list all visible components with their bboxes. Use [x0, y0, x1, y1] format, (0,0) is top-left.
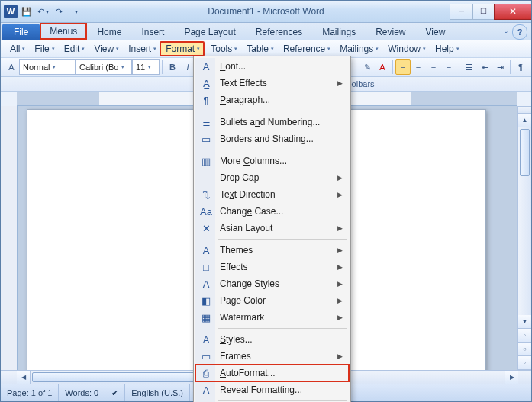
menu-mailings[interactable]: Mailings▾	[334, 41, 382, 56]
submenu-arrow-icon: ▶	[337, 297, 343, 304]
tab-home[interactable]: Home	[87, 24, 131, 40]
vertical-scrollbar[interactable]: ▲ ▼ ◦ ○ ◦	[517, 106, 531, 370]
redo-icon[interactable]: ↷	[52, 5, 66, 18]
menu-item-effects[interactable]: □Effects▶	[195, 259, 349, 275]
text-direction-icon: ⇅	[199, 188, 213, 201]
menu-item-frames[interactable]: ▭Frames▶	[195, 348, 349, 365]
ribbon-collapse-icon[interactable]: ˇ	[505, 31, 508, 40]
style-combo[interactable]: Normal▾	[19, 59, 76, 75]
save-icon[interactable]: 💾	[20, 5, 34, 18]
menu-reference[interactable]: Reference▾	[277, 41, 334, 56]
menu-item-paragraph[interactable]: ¶Paragraph...	[195, 92, 349, 108]
scroll-up-icon[interactable]: ▲	[518, 114, 531, 127]
menu-item-bullets-and-numbering[interactable]: ≣Bullets and Numbering...	[195, 114, 349, 130]
status-language[interactable]: English (U.S.)	[125, 384, 190, 401]
menu-view[interactable]: View▾	[88, 41, 122, 56]
menu-item-font[interactable]: AFont...	[195, 58, 349, 75]
tab-pagelayout[interactable]: Page Layout	[174, 24, 245, 40]
page-color-icon: ◧	[199, 294, 213, 307]
menu-item-themes[interactable]: AThemes▶	[195, 242, 349, 259]
status-spellcheck-icon[interactable]: ✔	[105, 384, 125, 401]
fontsize-combo[interactable]: 11▾	[132, 59, 160, 75]
scroll-thumb[interactable]	[520, 129, 530, 176]
menu-file[interactable]: File▾	[28, 41, 57, 56]
paragraph-mark-icon[interactable]: ¶	[513, 59, 528, 75]
tab-references[interactable]: References	[246, 24, 312, 40]
tab-review[interactable]: Review	[366, 24, 415, 40]
tab-file[interactable]: File	[2, 24, 40, 40]
submenu-arrow-icon: ▶	[337, 224, 343, 232]
undo-icon[interactable]: ↶▾	[36, 5, 50, 18]
effects-icon: □	[199, 260, 213, 274]
menu-item-reveal-formatting[interactable]: AReveal Formatting...	[195, 381, 349, 398]
qat-customize-icon[interactable]: ▾	[69, 5, 83, 18]
menu-item-styles[interactable]: AStyles...	[195, 331, 349, 348]
menu-item-text-effects[interactable]: A̲Text Effects▶	[195, 75, 349, 92]
maximize-button[interactable]: ☐	[472, 4, 494, 20]
asian-layout-icon: ✕	[199, 221, 213, 235]
menu-insert[interactable]: Insert▾	[122, 41, 160, 56]
menu-item-label: Asian Layout	[220, 223, 272, 233]
status-page[interactable]: Page: 1 of 1	[1, 384, 59, 401]
menu-item-watermark[interactable]: ▦Watermark▶	[195, 309, 349, 326]
tab-view[interactable]: View	[416, 24, 456, 40]
menu-table[interactable]: Table▾	[240, 41, 277, 56]
submenu-arrow-icon: ▶	[337, 263, 343, 271]
submenu-arrow-icon: ▶	[337, 280, 343, 288]
vertical-ruler[interactable]	[1, 106, 18, 370]
minimize-button[interactable]: ─	[450, 4, 472, 20]
scroll-down-icon[interactable]: ▼	[518, 315, 531, 329]
bold-icon[interactable]: B	[165, 59, 180, 75]
word-icon: W	[4, 5, 18, 18]
menu-item-label: Paragraph...	[220, 95, 270, 105]
menu-item-more-columns[interactable]: ▥More Columns...	[195, 153, 349, 169]
submenu-arrow-icon: ▶	[337, 352, 343, 360]
tab-mailings[interactable]: Mailings	[312, 24, 366, 40]
align-left-icon[interactable]: ≡	[395, 59, 411, 75]
align-center-icon[interactable]: ≡	[411, 59, 426, 75]
prev-page-icon[interactable]: ◦	[518, 329, 531, 343]
font-combo[interactable]: Calibri (Bo▾	[76, 59, 132, 75]
menu-help[interactable]: Help▾	[429, 41, 463, 56]
change-styles-icon: A	[199, 277, 213, 291]
menu-separator	[218, 239, 347, 240]
align-right-icon[interactable]: ≡	[426, 59, 441, 75]
menu-item-label: Styles...	[220, 334, 253, 345]
menu-tools[interactable]: Tools▾	[205, 41, 240, 56]
indent-inc-icon[interactable]: ⇥	[492, 59, 508, 75]
more-columns-icon: ▥	[199, 154, 213, 168]
linespacing-icon[interactable]: ☰	[462, 59, 477, 75]
browse-object-icon[interactable]: ○	[518, 343, 531, 356]
menu-item-drop-cap[interactable]: Drop Cap▶	[195, 169, 349, 186]
scroll-left-icon[interactable]: ◀	[17, 371, 31, 384]
next-page-icon[interactable]: ◦	[518, 356, 531, 370]
menu-edit[interactable]: Edit▾	[58, 41, 89, 56]
menu-item-text-direction[interactable]: ⇅Text Direction▶	[195, 186, 349, 203]
menu-item-label: Borders and Shading...	[220, 133, 314, 144]
menu-item-change-styles[interactable]: AChange Styles▶	[195, 275, 349, 292]
help-icon[interactable]: ?	[512, 24, 527, 40]
menu-item-change-case[interactable]: AaChange Case...	[195, 203, 349, 220]
status-words[interactable]: Words: 0	[59, 384, 105, 401]
change-case-icon: Aa	[199, 204, 213, 218]
split-handle[interactable]	[518, 106, 531, 114]
scroll-right-icon[interactable]: ▶	[505, 371, 518, 384]
borders-and-shading-icon: ▭	[199, 132, 213, 146]
tab-insert[interactable]: Insert	[131, 24, 174, 40]
menu-item-autoformat[interactable]: ⎙AutoFormat...	[195, 365, 349, 381]
menu-item-asian-layout[interactable]: ✕Asian Layout▶	[195, 220, 349, 236]
style-icon[interactable]: A	[4, 59, 19, 75]
highlight-icon[interactable]: ✎	[360, 59, 375, 75]
close-button[interactable]: ✕	[494, 4, 531, 20]
menu-format[interactable]: Format▾	[160, 41, 205, 56]
menu-window[interactable]: Window▾	[382, 41, 429, 56]
watermark-icon: ▦	[199, 310, 213, 324]
menu-item-page-color[interactable]: ◧Page Color▶	[195, 292, 349, 309]
menu-all[interactable]: All▾	[4, 41, 28, 56]
tab-menus[interactable]: Menus	[40, 23, 87, 40]
indent-dec-icon[interactable]: ⇤	[477, 59, 492, 75]
align-justify-icon[interactable]: ≡	[441, 59, 456, 75]
menu-item-borders-and-shading[interactable]: ▭Borders and Shading...	[195, 130, 349, 147]
fontcolor-icon[interactable]: A	[375, 59, 390, 75]
frames-icon: ▭	[199, 349, 213, 363]
